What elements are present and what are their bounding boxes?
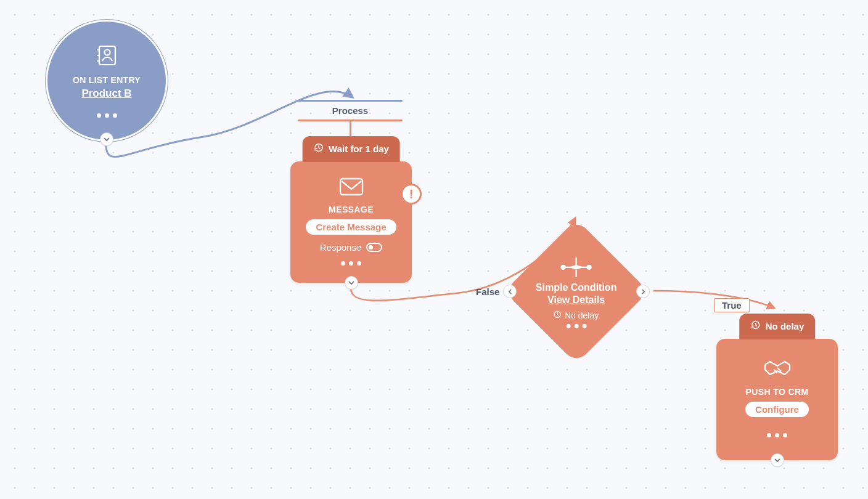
response-toggle[interactable]: [366, 243, 382, 252]
svg-point-4: [588, 266, 591, 269]
trigger-node[interactable]: ON LIST ENTRY Product B: [46, 20, 168, 142]
history-icon: [750, 320, 761, 332]
condition-icon: [560, 255, 593, 282]
connector-stem: [350, 121, 351, 138]
message-type-label: MESSAGE: [329, 205, 374, 214]
condition-delay-label: No delay: [565, 310, 599, 320]
message-node[interactable]: Wait for 1 day MESSAGE Create Message Re…: [290, 161, 412, 283]
wait-badge[interactable]: Wait for 1 day: [302, 136, 400, 162]
chevron-down-icon[interactable]: [771, 453, 784, 467]
crm-type-label: PUSH TO CRM: [745, 387, 808, 397]
condition-node[interactable]: Simple Condition View Details No delay F…: [525, 240, 628, 343]
true-branch-label: True: [714, 298, 750, 312]
trigger-name-link[interactable]: Product B: [81, 87, 131, 100]
chevron-left-icon[interactable]: [503, 285, 517, 298]
process-header: Process: [298, 98, 403, 123]
svg-point-3: [562, 266, 565, 269]
response-toggle-row: Response: [320, 242, 383, 253]
trigger-type-label: ON LIST ENTRY: [73, 75, 141, 85]
response-label: Response: [320, 242, 362, 253]
view-details-link[interactable]: View Details: [525, 294, 628, 306]
history-icon: [313, 142, 324, 155]
condition-title: Simple Condition: [525, 282, 628, 293]
svg-rect-2: [340, 179, 362, 195]
chevron-down-icon[interactable]: [345, 276, 358, 290]
wait-label: No delay: [766, 321, 805, 331]
warning-icon[interactable]: !: [401, 184, 422, 205]
false-branch-label: False: [476, 286, 499, 297]
chevron-right-icon[interactable]: [636, 285, 650, 298]
wait-badge[interactable]: No delay: [739, 314, 816, 339]
svg-point-1: [105, 49, 110, 55]
chevron-down-icon[interactable]: [100, 132, 113, 146]
contact-list-icon: [95, 44, 118, 69]
more-icon[interactable]: [341, 261, 361, 266]
workflow-canvas[interactable]: ON LIST ENTRY Product B Process Wait for…: [0, 0, 868, 499]
condition-delay-row: No delay: [525, 310, 628, 320]
more-icon[interactable]: [97, 113, 117, 118]
more-icon[interactable]: [525, 324, 628, 328]
wait-label: Wait for 1 day: [329, 144, 389, 154]
process-label: Process: [298, 103, 403, 118]
create-message-button[interactable]: Create Message: [306, 219, 396, 235]
more-icon[interactable]: [767, 433, 787, 437]
envelope-icon: [339, 177, 364, 198]
configure-button[interactable]: Configure: [745, 402, 809, 417]
clock-icon: [554, 310, 562, 320]
crm-node[interactable]: No delay PUSH TO CRM Configure: [716, 339, 838, 460]
handshake-icon: [763, 359, 792, 381]
